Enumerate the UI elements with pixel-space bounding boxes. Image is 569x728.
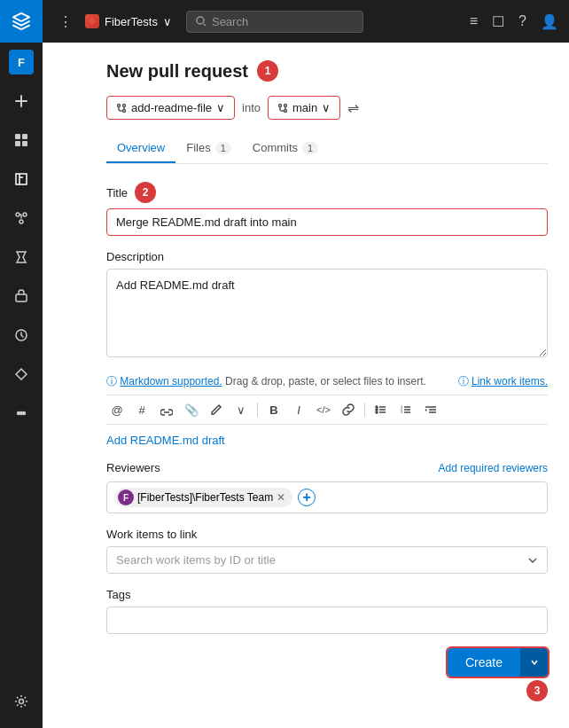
svg-point-4 <box>16 213 19 216</box>
markdown-info-right: ⓘ Link work items. <box>458 374 548 389</box>
tags-input[interactable] <box>106 607 548 634</box>
svg-point-19 <box>284 109 287 112</box>
sidebar-add-button[interactable] <box>0 82 43 121</box>
markdown-info-row: ⓘ Markdown supported. Drag & drop, paste… <box>106 374 548 389</box>
draft-link-readme[interactable]: README.md <box>130 434 199 447</box>
sidebar-extra-icon[interactable] <box>0 394 43 433</box>
sidebar-overview-icon[interactable] <box>0 316 43 355</box>
create-button-group: Create <box>448 648 548 677</box>
toolbar-divider-2 <box>364 403 365 417</box>
sidebar-diamond-icon[interactable] <box>0 355 43 394</box>
toolbar-attach-button[interactable]: 📎 <box>181 399 202 420</box>
markdown-info-left: ⓘ Markdown supported. Drag & drop, paste… <box>106 374 426 389</box>
tab-overview-label: Overview <box>117 141 165 154</box>
markdown-suffix: Drag & drop, paste, or select files to i… <box>225 375 426 387</box>
reviewer-add-button[interactable]: + <box>298 489 316 506</box>
toolbar-ol-button[interactable]: 123 <box>395 399 417 420</box>
tab-commits-count: 1 <box>302 142 318 154</box>
sidebar-repos-icon[interactable] <box>0 160 43 199</box>
create-area: Create <box>106 648 548 677</box>
reviewers-header-row: Reviewers Add required reviewers <box>106 461 548 474</box>
toolbar-indent-button[interactable] <box>420 399 441 420</box>
swap-branches-button[interactable]: ⇌ <box>347 99 359 116</box>
toolbar-link2-button[interactable] <box>156 399 177 420</box>
topbar-project-selector[interactable]: FiberTests ∨ <box>85 14 172 28</box>
work-items-label-text: Work items to link <box>106 528 197 541</box>
reviewers-input-area[interactable]: F [FiberTests]\FiberTests Team ✕ + <box>106 481 548 513</box>
tab-files[interactable]: Files 1 <box>175 134 242 163</box>
target-branch-button[interactable]: main ∨ <box>268 96 340 120</box>
clipboard-icon[interactable]: ☐ <box>492 13 504 30</box>
reviewers-label: Reviewers <box>106 461 160 474</box>
toolbar-draw-chevron[interactable]: ∨ <box>230 399 252 420</box>
source-branch-button[interactable]: add-readme-file ∨ <box>106 96 235 120</box>
description-textarea[interactable]: Add README.md draft <box>106 269 548 357</box>
badge3-container: 3 <box>106 680 548 701</box>
draft-prefix: Add <box>106 434 130 447</box>
svg-rect-0 <box>15 134 20 139</box>
help-icon[interactable]: ? <box>518 13 526 29</box>
svg-point-12 <box>19 700 24 704</box>
sidebar-artifacts-icon[interactable] <box>0 277 43 316</box>
work-items-section: Work items to link Search work items by … <box>106 528 548 574</box>
toolbar-bold-button[interactable]: B <box>263 399 284 420</box>
step-badge-1: 1 <box>257 60 278 82</box>
toolbar-italic-button[interactable]: I <box>288 399 309 420</box>
title-section: Title 2 <box>106 182 548 236</box>
work-items-placeholder: Search work items by ID or title <box>116 553 276 567</box>
info-icon-2: ⓘ <box>458 375 469 387</box>
svg-point-20 <box>284 104 287 106</box>
title-input[interactable] <box>106 208 548 236</box>
sidebar-pipelines-icon[interactable] <box>0 199 43 238</box>
tags-label-text: Tags <box>106 588 130 601</box>
svg-rect-7 <box>16 294 27 301</box>
sidebar-top: F <box>0 0 43 433</box>
svg-point-5 <box>23 213 27 216</box>
add-required-reviewers-link[interactable]: Add required reviewers <box>439 462 548 474</box>
target-branch-label: main <box>292 101 317 114</box>
sidebar-testplans-icon[interactable] <box>0 238 43 277</box>
search-placeholder: Search <box>212 15 248 28</box>
svg-point-26 <box>376 411 378 413</box>
sidebar-settings-icon[interactable] <box>0 682 43 721</box>
info-icon: ⓘ <box>106 375 117 387</box>
sidebar-avatar[interactable]: F <box>0 43 43 82</box>
sidebar-boards-icon[interactable] <box>0 121 43 160</box>
svg-point-11 <box>23 412 26 415</box>
link-work-items-link[interactable]: Link work items. <box>472 375 548 387</box>
draft-suffix: draft <box>199 434 225 447</box>
toolbar-at-button[interactable]: @ <box>106 399 128 420</box>
work-items-label: Work items to link <box>106 528 548 541</box>
toolbar-hash-button[interactable]: # <box>131 399 152 420</box>
markdown-link[interactable]: Markdown supported. <box>120 375 222 387</box>
search-box[interactable]: Search <box>186 11 363 33</box>
into-text: into <box>242 101 261 114</box>
user-icon[interactable]: 👤 <box>541 13 558 30</box>
tags-section: Tags <box>106 588 548 634</box>
page-title: New pull request <box>106 61 248 82</box>
main-content: New pull request 1 add-readme-file ∨ int… <box>85 43 569 728</box>
create-button[interactable]: Create <box>448 648 520 677</box>
sidebar-logo[interactable] <box>0 0 43 43</box>
toolbar-code-button[interactable]: </> <box>313 399 334 420</box>
topbar-dots-button[interactable]: ⋮ <box>53 10 78 34</box>
tab-commits[interactable]: Commits 1 <box>242 134 329 163</box>
description-label-row: Description <box>106 250 548 263</box>
reviewer-avatar: F <box>118 489 134 505</box>
work-items-dropdown[interactable]: Search work items by ID or title <box>106 546 548 574</box>
branch-selector: add-readme-file ∨ into main ∨ ⇌ <box>106 96 548 120</box>
tab-files-label: Files <box>186 141 210 154</box>
description-section: Description Add README.md draft <box>106 250 548 360</box>
svg-rect-3 <box>22 141 27 146</box>
svg-rect-1 <box>22 134 27 139</box>
toolbar-ul-button[interactable] <box>370 399 392 420</box>
svg-point-25 <box>376 409 378 411</box>
tab-overview[interactable]: Overview <box>106 134 175 163</box>
reviewer-remove-button[interactable]: ✕ <box>277 491 285 504</box>
create-dropdown-button[interactable] <box>520 648 548 677</box>
toolbar-draw-button[interactable] <box>206 399 227 420</box>
hamburger-icon[interactable]: ≡ <box>470 13 478 29</box>
toolbar-hyperlink-button[interactable] <box>338 399 359 420</box>
source-branch-chevron: ∨ <box>216 101 225 114</box>
tags-label: Tags <box>106 588 548 601</box>
